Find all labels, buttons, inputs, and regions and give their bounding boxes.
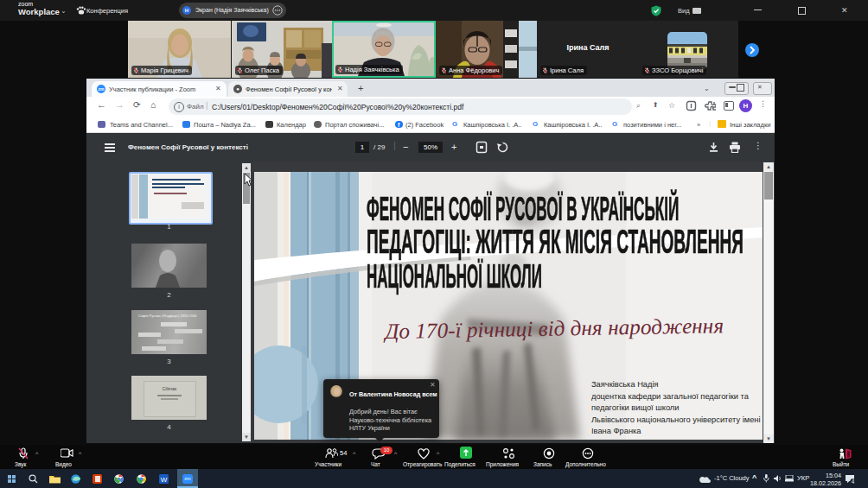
svg-text:W: W bbox=[161, 476, 168, 484]
svg-text:4: 4 bbox=[852, 478, 855, 485]
